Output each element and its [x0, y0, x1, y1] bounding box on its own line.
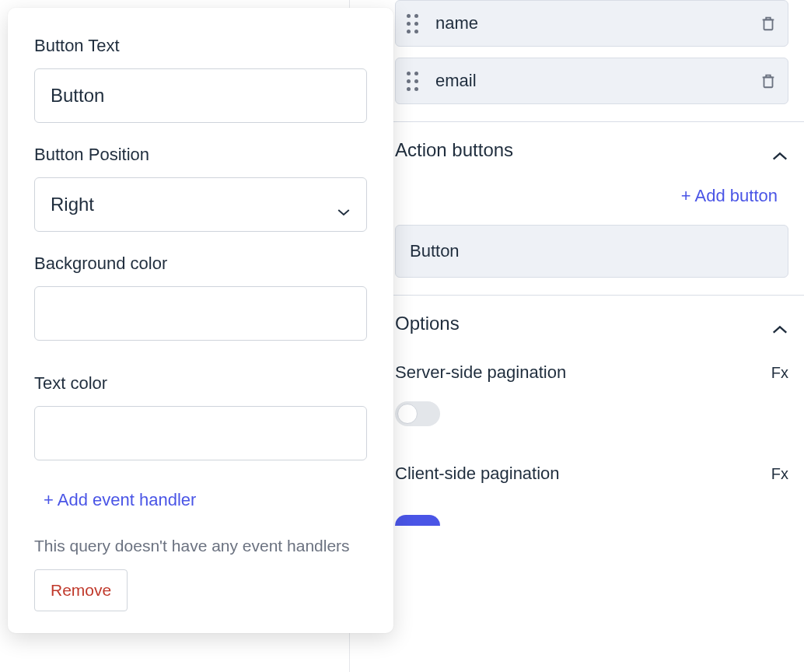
button-settings-card: Button Text Button Position Right Backgr…: [8, 8, 393, 633]
chevron-up-icon: [771, 318, 788, 329]
action-button-row[interactable]: Button: [395, 225, 788, 278]
fx-button[interactable]: Fx: [771, 465, 788, 483]
option-label: Client-side pagination: [395, 464, 771, 484]
section-title: Action buttons: [395, 139, 771, 161]
background-color-input[interactable]: [34, 286, 367, 341]
option-client-side-pagination: Client-side pagination Fx: [350, 453, 804, 495]
button-text-input[interactable]: [34, 68, 367, 123]
column-label: name: [435, 13, 760, 33]
text-color-input[interactable]: [34, 406, 367, 460]
client-side-pagination-toggle[interactable]: [395, 515, 440, 526]
button-position-label: Button Position: [34, 145, 367, 165]
svg-rect-1: [764, 77, 773, 87]
chevron-down-icon: [337, 200, 351, 209]
text-color-label: Text color: [34, 373, 367, 394]
select-value: Right: [51, 194, 94, 215]
remove-button[interactable]: Remove: [34, 569, 128, 611]
drag-handle-icon[interactable]: [407, 14, 418, 33]
trash-icon[interactable]: [760, 72, 777, 90]
chevron-up-icon: [771, 145, 788, 156]
drag-handle-icon[interactable]: [407, 72, 418, 91]
section-action-buttons[interactable]: Action buttons: [350, 122, 804, 178]
background-color-label: Background color: [34, 254, 367, 274]
svg-rect-0: [764, 19, 773, 30]
column-label: email: [435, 71, 760, 91]
server-side-pagination-toggle[interactable]: [395, 401, 440, 426]
trash-icon[interactable]: [760, 14, 777, 33]
section-title: Options: [395, 313, 771, 334]
column-row[interactable]: email: [395, 58, 788, 104]
no-handlers-message: This query doesn't have any event handle…: [34, 537, 367, 555]
section-options[interactable]: Options: [350, 296, 804, 352]
add-event-handler-link[interactable]: + Add event handler: [34, 482, 367, 537]
button-text-label: Button Text: [34, 36, 367, 56]
inspector-panel: name email Action buttons + Add button B…: [349, 0, 804, 672]
fx-button[interactable]: Fx: [771, 364, 788, 382]
toggle-knob: [397, 404, 418, 424]
button-position-select[interactable]: Right: [34, 177, 367, 232]
column-row[interactable]: name: [395, 0, 788, 47]
add-button-link[interactable]: + Add button: [350, 178, 804, 225]
option-server-side-pagination: Server-side pagination Fx: [350, 352, 804, 394]
option-label: Server-side pagination: [395, 362, 771, 383]
